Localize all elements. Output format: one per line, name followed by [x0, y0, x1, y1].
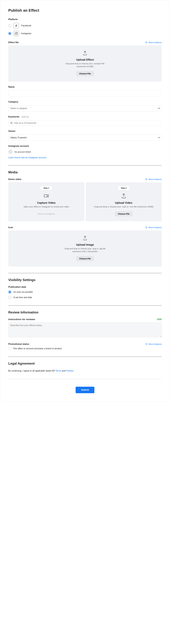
promo-status-label: Promotional status: [8, 343, 29, 346]
view-in-instagram-button: View in Instagram: [35, 211, 58, 216]
legal-section-title: Legal Agreement: [8, 362, 162, 366]
upload-icon: [82, 50, 88, 56]
keywords-input[interactable]: [14, 122, 160, 124]
visibility-section-title: Visibility Settings: [8, 278, 162, 282]
guidance-icon: [145, 41, 147, 44]
category-select[interactable]: Select a category: [8, 106, 162, 111]
policies-link[interactable]: Policies: [66, 370, 73, 372]
optional-tag: · Optional: [20, 116, 29, 118]
upload-effect-desc: Drag and drop or choose your .arexport f…: [12, 62, 158, 68]
divider: [8, 356, 162, 357]
divider: [8, 165, 162, 166]
guidance-icon: [145, 178, 147, 180]
char-count: 2000: [157, 318, 162, 321]
chevron-down-icon: [158, 137, 160, 138]
icon-label: Icon: [8, 226, 13, 229]
promo-checkbox[interactable]: [8, 347, 11, 350]
search-icon: [10, 122, 13, 124]
divider: [8, 273, 162, 273]
pub-date-option-scheduled: A set time and date: [14, 296, 32, 299]
review-section-title: Review Information: [8, 310, 162, 314]
effect-file-guidance-link[interactable]: Show Guidance: [145, 41, 162, 44]
svg-rect-4: [44, 195, 47, 197]
upload-image-desc: Drag and drop or choose your .png or .jp…: [12, 247, 158, 253]
svg-point-3: [11, 122, 12, 124]
platform-name-instagram: Instagram: [21, 32, 31, 35]
choose-file-icon-button[interactable]: Choose File: [76, 256, 94, 261]
owner-label: Owner: [8, 130, 162, 132]
step1-pill: Step 1: [40, 186, 52, 190]
category-label: Category: [8, 100, 162, 103]
name-label: Name: [8, 86, 162, 88]
submit-button[interactable]: Submit: [76, 387, 94, 393]
guidance-text: Show Guidance: [148, 41, 162, 44]
link-ig-help-link[interactable]: Learn how to link an Instagram account: [8, 156, 46, 159]
instructions-textarea[interactable]: [8, 322, 162, 337]
guidance-icon: [145, 226, 147, 228]
capture-video-card: Step 1 Capture Video Open your effect in…: [8, 182, 84, 221]
instructions-label: Instructions for reviewer: [8, 318, 35, 321]
pub-date-option-asap: As soon as possible: [14, 291, 33, 293]
ig-account-status: No account linked: [15, 151, 31, 153]
instagram-icon: [14, 31, 19, 36]
media-section-title: Media: [8, 170, 162, 174]
promo-checkbox-label: This effect or account promotes a brand …: [13, 347, 62, 350]
ig-account-label: Instagram account: [8, 145, 162, 148]
choose-file-video-button[interactable]: Choose File: [115, 211, 132, 216]
keywords-label: Keywords · Optional: [8, 116, 162, 118]
upload-icon: [121, 193, 127, 199]
svg-point-2: [17, 32, 17, 33]
step2-title: Upload Video: [89, 201, 159, 204]
step2-pill: Step 2: [118, 186, 129, 190]
page-title: Publish an Effect: [8, 8, 162, 12]
terms-link[interactable]: Terms: [55, 370, 61, 372]
platform-radio-facebook[interactable]: [8, 24, 11, 27]
avatar-placeholder: [8, 150, 13, 154]
chevron-down-icon: [158, 108, 160, 109]
icon-dropzone[interactable]: Upload Image Drag and drop or choose you…: [8, 230, 162, 266]
promo-guidance-link[interactable]: Show Guidance: [145, 343, 162, 345]
pub-date-radio-scheduled[interactable]: [8, 296, 11, 299]
video-camera-icon: [43, 193, 49, 199]
effect-file-dropzone[interactable]: Upload Effect Drag and drop or choose yo…: [8, 46, 162, 82]
step1-title: Capture Video: [11, 201, 81, 204]
legal-agreement-text: By continuing, I agree to all applicable…: [8, 369, 162, 372]
owner-select[interactable]: Valeriy Trusevich: [8, 135, 162, 141]
choose-file-effect-button[interactable]: Choose File: [76, 71, 94, 76]
effect-file-label: Effect file: [8, 41, 19, 44]
pub-date-radio-asap[interactable]: [8, 290, 11, 294]
svg-point-1: [16, 33, 17, 34]
publication-date-label: Publication date: [8, 286, 162, 288]
name-input[interactable]: [8, 90, 162, 96]
platform-name-facebook: Facebook: [21, 24, 31, 27]
icon-guidance-link[interactable]: Show Guidance: [145, 226, 162, 228]
demo-video-guidance-link[interactable]: Show Guidance: [145, 178, 162, 180]
upload-video-card[interactable]: Step 2 Upload Video Drag and drop or cho…: [86, 182, 162, 221]
facebook-icon: [14, 23, 19, 28]
upload-icon: [82, 235, 88, 241]
category-placeholder: Select a category: [10, 107, 27, 110]
platform-radio-instagram[interactable]: [8, 32, 11, 35]
upload-effect-title: Upload Effect: [12, 58, 158, 61]
platform-label: Platform: [8, 18, 162, 21]
demo-video-label: Demo video: [8, 178, 21, 181]
guidance-icon: [145, 343, 147, 345]
keywords-input-wrapper[interactable]: [8, 120, 162, 126]
step2-desc: Drag and drop or choose your .mp4 or .mo…: [89, 205, 159, 208]
upload-image-title: Upload Image: [12, 243, 158, 246]
step1-desc: Open your effect in Instagram to record …: [11, 205, 81, 208]
owner-value: Valeriy Trusevich: [10, 136, 27, 139]
